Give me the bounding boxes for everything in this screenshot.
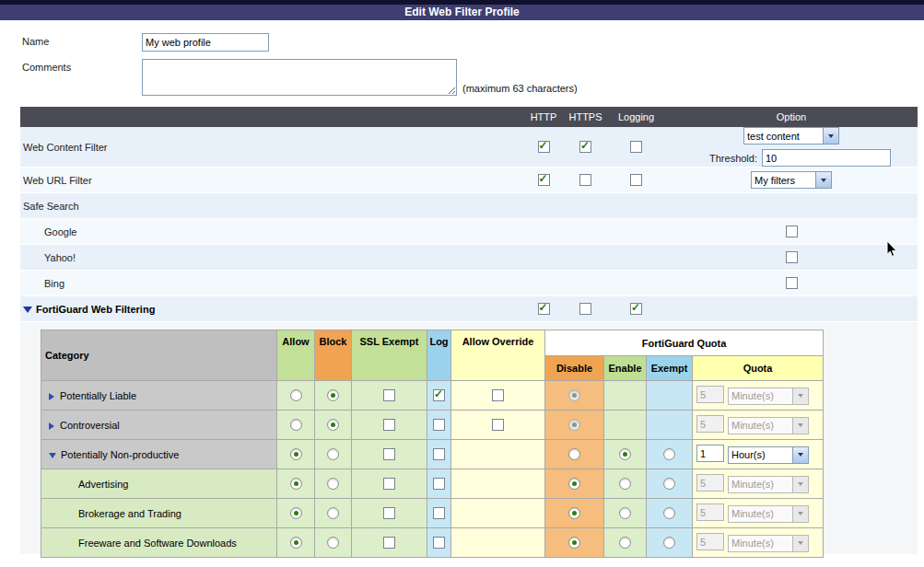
category-row-advertising: Advertising Minute(s): [41, 469, 824, 499]
column-header-blank: [20, 107, 523, 127]
yahoo-label: Yahoo!: [20, 245, 523, 271]
web-url-filter-https-checkbox[interactable]: [579, 174, 591, 186]
ssl-exempt-checkbox[interactable]: [383, 478, 395, 490]
quota-value-input: [696, 386, 724, 403]
expand-arrow-icon[interactable]: [49, 393, 54, 400]
block-radio[interactable]: [327, 478, 339, 490]
comments-textarea[interactable]: [142, 59, 457, 96]
allow-radio[interactable]: [290, 448, 302, 460]
quota-exempt-radio[interactable]: [663, 478, 675, 490]
quota-unit-select: Minute(s): [728, 388, 809, 405]
quota-enable-radio[interactable]: [619, 478, 631, 490]
web-content-filter-option-select[interactable]: test content: [743, 127, 839, 145]
column-header-ssl-exempt: SSL Exempt: [352, 330, 427, 381]
block-radio[interactable]: [327, 448, 339, 460]
column-header-enable: Enable: [604, 356, 647, 381]
quota-disable-radio[interactable]: [568, 537, 580, 549]
log-checkbox[interactable]: [433, 537, 445, 549]
quota-value-input: [696, 503, 724, 521]
ssl-exempt-checkbox[interactable]: [383, 507, 395, 519]
log-checkbox[interactable]: [433, 448, 445, 460]
quota-unit-select: Minute(s): [728, 417, 809, 434]
web-url-filter-option-select[interactable]: My filters: [751, 171, 832, 189]
column-header-https: HTTPS: [564, 107, 607, 127]
column-header-disable: Disable: [545, 356, 604, 381]
threshold-label: Threshold:: [709, 153, 757, 164]
quota-value-input: [696, 533, 724, 550]
row-safe-search: Safe Search: [20, 193, 918, 219]
quota-unit-select[interactable]: Hour(s): [728, 446, 809, 464]
ssl-exempt-checkbox[interactable]: [383, 537, 395, 549]
fortiguard-https-checkbox[interactable]: [579, 303, 591, 315]
google-label: Google: [20, 219, 523, 245]
block-radio[interactable]: [327, 389, 339, 401]
row-safe-search-yahoo: Yahoo!: [20, 245, 918, 271]
fortiguard-logging-checkbox[interactable]: [630, 303, 642, 315]
category-row-controversial: Controversial Minute(s): [41, 411, 824, 440]
threshold-input[interactable]: [762, 149, 891, 167]
expand-arrow-icon[interactable]: [49, 422, 54, 430]
web-content-filter-https-checkbox[interactable]: [579, 141, 591, 153]
web-content-filter-http-checkbox[interactable]: [538, 141, 550, 153]
log-checkbox[interactable]: [433, 478, 445, 490]
category-label: Potentially Liable: [60, 390, 136, 401]
fortiguard-http-checkbox[interactable]: [538, 303, 550, 315]
log-checkbox[interactable]: [433, 419, 445, 431]
allow-override-checkbox[interactable]: [492, 389, 504, 401]
quota-disable-radio: [568, 389, 580, 401]
web-url-filter-label: Web URL Filter: [20, 168, 523, 193]
allow-radio[interactable]: [290, 389, 302, 401]
bing-label: Bing: [20, 271, 523, 296]
column-header-quota: Quota: [693, 356, 824, 381]
quota-disable-radio[interactable]: [568, 507, 580, 519]
block-radio[interactable]: [327, 419, 339, 431]
quota-enable-radio[interactable]: [619, 448, 631, 460]
category-label: Controversial: [60, 420, 120, 431]
web-content-filter-logging-checkbox[interactable]: [630, 141, 642, 153]
quota-value-input[interactable]: [696, 445, 724, 462]
allow-radio[interactable]: [290, 507, 302, 519]
block-radio[interactable]: [327, 507, 339, 519]
chevron-down-icon: [792, 447, 808, 463]
web-url-filter-logging-checkbox[interactable]: [630, 174, 642, 186]
name-input[interactable]: [142, 33, 269, 52]
chevron-down-icon: [792, 477, 808, 492]
block-radio[interactable]: [327, 537, 339, 549]
quota-enable-radio[interactable]: [619, 507, 631, 519]
web-url-filter-http-checkbox[interactable]: [538, 174, 550, 186]
chevron-down-icon: [815, 172, 831, 188]
allow-radio[interactable]: [290, 537, 302, 549]
column-header-http: HTTP: [523, 107, 564, 127]
row-web-url-filter: Web URL Filter My filters: [20, 168, 918, 193]
fortiguard-categories-panel: Category Allow Block SSL Exempt Log Allo…: [20, 322, 918, 554]
quota-unit-select: Minute(s): [728, 535, 809, 552]
column-header-category: Category: [41, 330, 277, 381]
allow-radio[interactable]: [290, 478, 302, 490]
chevron-down-icon: [823, 128, 838, 144]
column-header-allow: Allow: [277, 330, 315, 381]
ssl-exempt-checkbox[interactable]: [383, 389, 395, 401]
column-header-fortiguard-quota: FortiGuard Quota: [545, 330, 824, 356]
quota-exempt-radio[interactable]: [663, 537, 675, 549]
category-table-header-row-1: Category Allow Block SSL Exempt Log Allo…: [41, 330, 824, 356]
quota-disable-radio[interactable]: [568, 478, 580, 490]
bing-safesearch-checkbox[interactable]: [786, 277, 798, 289]
log-checkbox[interactable]: [433, 507, 445, 519]
safe-search-label: Safe Search: [20, 193, 523, 219]
row-safe-search-bing: Bing: [20, 271, 918, 296]
quota-exempt-radio[interactable]: [663, 507, 675, 519]
yahoo-safesearch-checkbox[interactable]: [786, 251, 798, 263]
allow-radio[interactable]: [290, 419, 302, 431]
collapse-arrow-icon[interactable]: [23, 307, 32, 313]
quota-value-input: [696, 474, 724, 492]
quota-enable-radio[interactable]: [619, 537, 631, 549]
ssl-exempt-checkbox[interactable]: [383, 448, 395, 460]
category-row-freeware-and-software-downloads: Freeware and Software Downloads Minute(s…: [41, 528, 824, 558]
quota-disable-radio[interactable]: [568, 448, 580, 460]
quota-exempt-radio[interactable]: [663, 448, 675, 460]
collapse-arrow-icon[interactable]: [49, 453, 56, 458]
log-checkbox[interactable]: [433, 389, 445, 401]
allow-override-checkbox[interactable]: [492, 419, 504, 431]
ssl-exempt-checkbox[interactable]: [383, 419, 395, 431]
google-safesearch-checkbox[interactable]: [786, 226, 798, 237]
